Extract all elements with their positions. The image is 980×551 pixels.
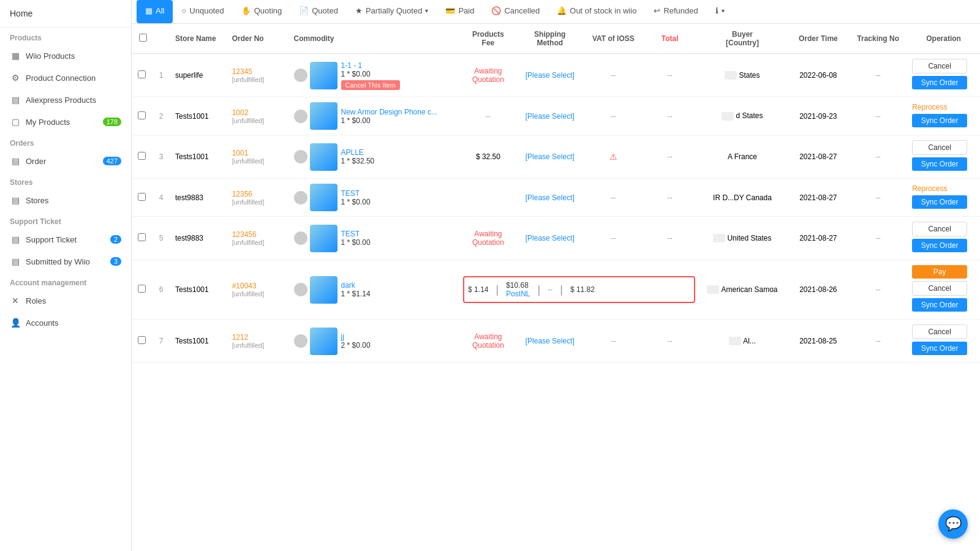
row-checkbox-4[interactable] <box>138 193 146 201</box>
shipping-1[interactable]: [Please Select] <box>516 54 584 97</box>
row-checkbox-3[interactable] <box>138 152 146 160</box>
tab-quoted[interactable]: 📄 Quoted <box>290 0 347 23</box>
reprocess-btn-2[interactable]: Reprocess <box>912 103 947 111</box>
sidebar-item-product-connection[interactable]: ⚙ Product Connection <box>0 67 131 89</box>
order-no-7: 1212 [unfulfilled] <box>227 320 289 363</box>
sidebar-item-submitted-wiio[interactable]: ▤ Submitted by Wiio 3 <box>0 250 131 272</box>
cancel-btn-6[interactable]: Cancel <box>912 281 967 296</box>
shipping-5[interactable]: [Please Select] <box>516 217 584 260</box>
commodity-3: APLLE 1 * $32.50 <box>289 135 461 179</box>
row-checkbox-2[interactable] <box>138 111 146 119</box>
shipping-2[interactable]: [Please Select] <box>516 97 584 135</box>
commodity-name-5[interactable]: TEST <box>341 230 371 238</box>
products-fee-5: AwaitingQuotation <box>461 217 516 260</box>
order-status-5: [unfulfilled] <box>232 239 284 246</box>
product-thumb-5 <box>310 225 337 252</box>
sidebar-item-support-ticket[interactable]: ▤ Support Ticket 2 <box>0 228 131 250</box>
sidebar-item-roles[interactable]: ✕ Roles <box>0 290 131 312</box>
tab-paid-label: Paid <box>458 6 474 15</box>
tab-all[interactable]: ▦ All <box>137 0 173 23</box>
cancel-item-btn-1[interactable]: Cancel This Item <box>341 80 400 90</box>
product-thumb-1 <box>310 62 337 89</box>
commodity-name-2[interactable]: New Armor Design Phone c... <box>341 108 437 116</box>
sync-btn-4[interactable]: Sync Order <box>912 195 967 209</box>
order-number-7[interactable]: 1212 <box>232 333 284 342</box>
please-select-7[interactable]: [Please Select] <box>526 337 575 345</box>
cancel-btn-3[interactable]: Cancel <box>912 140 967 155</box>
my-products-badge: 178 <box>103 118 121 126</box>
order-number-6[interactable]: #10043 <box>232 282 284 290</box>
commodity-name-7[interactable]: jj <box>341 332 371 341</box>
cancel-btn-5[interactable]: Cancel <box>912 222 967 236</box>
tab-cancelled[interactable]: 🚫 Cancelled <box>483 0 548 23</box>
chat-fab-button[interactable]: 💬 <box>938 509 968 539</box>
order-number-5[interactable]: 123456 <box>232 230 284 239</box>
sidebar-item-aliexpress-products[interactable]: ▤ Aliexpress Products <box>0 89 131 111</box>
commodity-info-5: TEST 1 * $0.00 <box>341 230 371 247</box>
row-checkbox-6[interactable] <box>138 285 146 293</box>
th-commodity: Commodity <box>289 24 461 54</box>
please-select-2[interactable]: [Please Select] <box>526 112 575 121</box>
sidebar-item-my-products[interactable]: ▢ My Products 178 <box>0 111 131 133</box>
sync-btn-2[interactable]: Sync Order <box>912 114 967 127</box>
row-num-1: 1 <box>152 54 170 97</box>
please-select-4[interactable]: [Please Select] <box>526 193 575 202</box>
order-number-1[interactable]: 12345 <box>232 67 284 76</box>
row-checkbox-5[interactable] <box>138 233 146 241</box>
row-checkbox-1[interactable] <box>138 70 146 78</box>
tab-quoting[interactable]: ✋ Quoting <box>233 0 291 23</box>
pay-btn-6[interactable]: Pay <box>912 265 967 279</box>
section-stores-title: Stores <box>0 172 131 189</box>
order-number-4[interactable]: 12356 <box>232 190 284 198</box>
product-avatar-5 <box>294 231 307 245</box>
select-all-checkbox[interactable] <box>139 34 147 42</box>
link-icon: ⚙ <box>10 72 21 83</box>
buyer-1: States <box>698 54 788 97</box>
sidebar-item-wiio-products[interactable]: ▦ Wiio Products <box>0 45 131 67</box>
order-number-2[interactable]: 1002 <box>232 108 284 117</box>
operation-3: Cancel Sync Order <box>907 135 980 179</box>
commodity-name-1[interactable]: 1-1 - 1 <box>341 61 400 70</box>
sync-btn-3[interactable]: Sync Order <box>912 157 967 171</box>
sync-btn-1[interactable]: Sync Order <box>912 76 967 89</box>
buyer-2: d States <box>698 97 788 135</box>
highlight-box-6: $ 1.14 | $10.68 PostNL | -- | $ 11.82 <box>463 276 695 303</box>
order-number-3[interactable]: 1001 <box>232 149 284 157</box>
commodity-name-4[interactable]: TEST <box>341 189 371 198</box>
commodity-price-3: 1 * $32.50 <box>341 157 375 165</box>
order-no-3: 1001 [unfulfilled] <box>227 135 289 179</box>
sidebar-item-accounts[interactable]: 👤 Accounts <box>0 312 131 334</box>
commodity-info-6: dark 1 * $1.14 <box>341 281 371 298</box>
sync-btn-6[interactable]: Sync Order <box>912 298 967 312</box>
sync-btn-5[interactable]: Sync Order <box>912 239 967 252</box>
shipping-price-6: $10.68 <box>506 281 530 290</box>
tab-partially-quoted[interactable]: ★ Partially Quoted ▾ <box>347 0 437 23</box>
tab-out-of-stock[interactable]: 🔔 Out of stock in wiio <box>548 0 645 23</box>
cancel-btn-1[interactable]: Cancel <box>912 59 967 73</box>
sidebar-item-stores[interactable]: ▤ Stores <box>0 189 131 211</box>
sync-btn-7[interactable]: Sync Order <box>912 342 967 355</box>
commodity-name-6[interactable]: dark <box>341 281 371 290</box>
th-shipping-method: ShippingMethod <box>516 24 584 54</box>
reprocess-btn-4[interactable]: Reprocess <box>912 184 947 193</box>
awaiting-quotation-1: AwaitingQuotation <box>466 67 511 84</box>
please-select-5[interactable]: [Please Select] <box>526 234 575 242</box>
shipping-7[interactable]: [Please Select] <box>516 320 584 363</box>
tab-paid[interactable]: 💳 Paid <box>437 0 483 23</box>
shipping-4[interactable]: [Please Select] <box>516 179 584 217</box>
order-badge: 427 <box>103 157 121 165</box>
commodity-name-3[interactable]: APLLE <box>341 148 375 157</box>
please-select-3[interactable]: [Please Select] <box>526 152 575 161</box>
tab-refunded[interactable]: ↩ Refunded <box>645 0 706 23</box>
tab-unquoted[interactable]: ○ Unquoted <box>173 0 232 23</box>
please-select-1[interactable]: [Please Select] <box>526 71 575 80</box>
sidebar-item-order[interactable]: ▤ Order 427 <box>0 150 131 172</box>
tab-info[interactable]: ℹ ▾ <box>707 0 733 23</box>
shipping-3[interactable]: [Please Select] <box>516 135 584 179</box>
row-checkbox-7[interactable] <box>138 336 146 344</box>
sidebar-home[interactable]: Home <box>0 0 131 28</box>
support-ticket-badge: 2 <box>110 235 121 244</box>
operation-6: Pay Cancel Sync Order <box>907 260 980 320</box>
total-7: -- <box>643 320 698 363</box>
cancel-btn-7[interactable]: Cancel <box>912 324 967 339</box>
